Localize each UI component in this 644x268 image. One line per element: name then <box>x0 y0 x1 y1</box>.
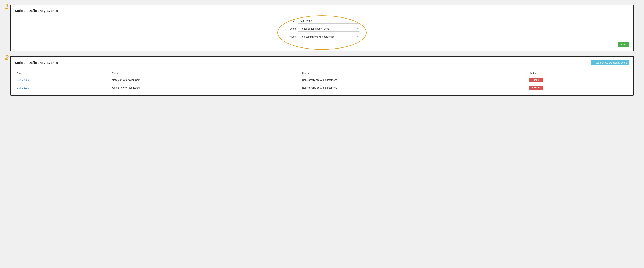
step1-number: 1 <box>5 3 8 9</box>
date-row: Date <box>15 18 629 24</box>
section1-card: Serious Deficiency Events Date Event Not… <box>10 5 634 51</box>
save-row: Save <box>15 42 629 47</box>
delete-x-icon: ✕ <box>532 79 534 81</box>
form-area: Date Event Notice of Termination Sent Ad… <box>15 18 629 39</box>
col-action: Action <box>528 70 629 76</box>
section2-wrapper: 2 Serious Deficiency Events + Add Seriou… <box>10 56 634 96</box>
col-event: Event <box>110 70 300 76</box>
step2-number: 2 <box>5 55 8 61</box>
delete-x-icon: ✕ <box>532 86 534 89</box>
row1-date: 04/15/2020 <box>15 76 110 84</box>
save-button[interactable]: Save <box>618 42 629 47</box>
row1-event: Notice of Termination Sent <box>110 76 300 84</box>
date-input[interactable] <box>298 18 360 24</box>
row2-action: ✕Delete <box>528 84 629 92</box>
reason-select[interactable]: Non-compliance with agreement Other reas… <box>298 34 360 39</box>
table-body: 04/15/2020 Notice of Termination Sent No… <box>15 76 629 92</box>
table-header-row: Date Event Reason Action <box>15 70 629 76</box>
section2-card: Serious Deficiency Events + Add Serious … <box>10 56 634 96</box>
event-label: Event <box>284 27 298 30</box>
event-row: Event Notice of Termination Sent Admin R… <box>15 26 629 31</box>
row2-date: 04/01/2020 <box>15 84 110 92</box>
delete-button-row2[interactable]: ✕Delete <box>530 86 543 90</box>
date-label: Date <box>284 20 298 22</box>
table-row: 04/01/2020 Admin Review Requested Non-co… <box>15 84 629 92</box>
col-reason: Reason <box>300 70 528 76</box>
delete-button-row1[interactable]: ✕Delete <box>530 78 543 82</box>
events-table: Date Event Reason Action 04/15/2020 Noti… <box>15 70 629 92</box>
section1-title: Serious Deficiency Events <box>15 9 629 15</box>
row1-reason: Non-compliance with agreement <box>300 76 528 84</box>
table-row: 04/15/2020 Notice of Termination Sent No… <box>15 76 629 84</box>
section1-wrapper: 1 Serious Deficiency Events Date Event N… <box>10 5 634 51</box>
row2-reason: Non-compliance with agreement <box>300 84 528 92</box>
section2-title: Serious Deficiency Events <box>15 61 58 65</box>
reason-row: Reason Non-compliance with agreement Oth… <box>15 34 629 39</box>
add-serious-deficiency-button[interactable]: + Add Serious Deficiency Event <box>591 60 629 65</box>
table-header: Date Event Reason Action <box>15 70 629 76</box>
section2-header: Serious Deficiency Events + Add Serious … <box>15 60 629 68</box>
reason-label: Reason <box>284 35 298 38</box>
col-date: Date <box>15 70 110 76</box>
row1-action: ✕Delete <box>528 76 629 84</box>
event-select[interactable]: Notice of Termination Sent Admin Review … <box>298 26 360 31</box>
row2-event: Admin Review Requested <box>110 84 300 92</box>
